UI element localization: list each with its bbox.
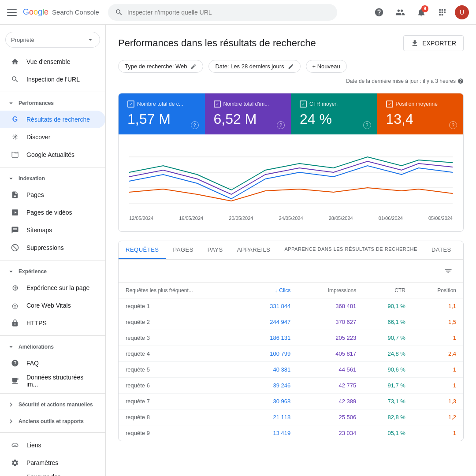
sidebar-item-core-web[interactable]: ◎ Core Web Vitals: [0, 297, 105, 314]
filter-date[interactable]: Date: Les 28 derniers jours: [208, 60, 300, 73]
help-button[interactable]: [370, 4, 388, 21]
help-button[interactable]: ?: [449, 121, 457, 129]
cell-clics: 13 419: [244, 425, 298, 441]
experience-section-header[interactable]: Expérience: [0, 264, 105, 279]
cell-position: 1,5: [413, 314, 463, 330]
chevron-down-icon: [7, 268, 15, 275]
sidebar-item-faq[interactable]: FAQ: [0, 354, 105, 372]
metric-value: 1,57 M: [127, 111, 196, 127]
col-impressions[interactable]: Impressions: [298, 283, 363, 298]
notifications-button[interactable]: 9: [413, 4, 430, 21]
sidebar-item-commentaires[interactable]: Envoyer des commentai...: [0, 472, 105, 476]
help-button[interactable]: ?: [363, 121, 371, 129]
checkbox-icon: [386, 100, 393, 108]
sidebar-item-pages-videos[interactable]: Pages de vidéos: [0, 204, 105, 221]
core-web-icon: ◎: [11, 301, 19, 310]
col-position[interactable]: Position: [413, 283, 463, 298]
sidebar-item-parametres[interactable]: Paramètres: [0, 454, 105, 472]
url-inspection-bar[interactable]: [108, 4, 337, 21]
tabs-container: REQUÊTES PAGES PAYS APPAREILS APPARENCE …: [119, 241, 463, 260]
export-button[interactable]: EXPORTER: [403, 35, 464, 51]
sidebar-item-discover[interactable]: ✳ Discover: [0, 128, 105, 146]
sidebar-item-resultats-recherche[interactable]: G Résultats de recherche: [0, 111, 105, 128]
cell-impressions: 25 506: [298, 409, 363, 425]
sidebar-item-inspection[interactable]: Inspection de l'URL: [0, 71, 105, 88]
table-row: requête 1 331 844 368 481 90,1 % 1,1: [119, 298, 463, 314]
export-label: EXPORTER: [422, 40, 456, 47]
data-icon: [11, 376, 19, 385]
table-filter-button[interactable]: [440, 263, 456, 279]
page-header: Performances dans les résultats de reche…: [118, 35, 464, 51]
tab-pages[interactable]: PAGES: [166, 241, 201, 259]
sidebar-item-experience-page[interactable]: ⊕ Expérience sur la page: [0, 279, 105, 297]
performances-section-header[interactable]: Performances: [0, 96, 105, 111]
ameliorations-section-header[interactable]: Améliorations: [0, 339, 105, 354]
logo: Google Search Console: [23, 7, 99, 17]
indexation-section-header[interactable]: Indexation: [0, 171, 105, 186]
sort-arrow: ↓: [275, 288, 278, 293]
tab-dates[interactable]: DATES: [424, 241, 458, 259]
cell-position: 1: [413, 425, 463, 441]
main-content: Performances dans les résultats de reche…: [106, 25, 476, 476]
securite-section-header[interactable]: Sécurité et actions manuelles: [0, 397, 105, 412]
cell-clics: 331 844: [244, 298, 298, 314]
sidebar-item-pages[interactable]: Pages: [0, 186, 105, 204]
property-selector[interactable]: Propriété: [5, 32, 100, 48]
menu-icon[interactable]: [7, 7, 18, 18]
sidebar-item-label: Paramètres: [26, 459, 58, 466]
url-inspection-input[interactable]: [127, 9, 330, 16]
sidebar-item-https[interactable]: HTTPS: [0, 314, 105, 332]
sidebar-item-donnees[interactable]: Données structurées im...: [0, 372, 105, 390]
tab-appareils[interactable]: APPAREILS: [230, 241, 278, 259]
divider: [0, 260, 105, 260]
sidebar-item-google-actualites[interactable]: Google Actualités: [0, 146, 105, 164]
sidebar-item-vue-ensemble[interactable]: Vue d'ensemble: [0, 53, 105, 71]
sidebar-item-liens[interactable]: Liens: [0, 436, 105, 454]
add-filter-label: + Nouveau: [312, 63, 340, 70]
cell-clics: 21 118: [244, 409, 298, 425]
metric-position[interactable]: Position moyenne 13,4 ?: [377, 93, 464, 134]
section-label: Anciens outils et rapports: [19, 418, 84, 424]
cell-query: requête 6: [119, 378, 244, 394]
last-update-text: Date de la dernière mise à jour : il y a…: [346, 78, 456, 84]
clics-line: [129, 166, 453, 199]
help-button[interactable]: ?: [191, 121, 199, 129]
google-g-icon: G: [11, 115, 19, 124]
metric-clics[interactable]: Nombre total de c... 1,57 M ?: [119, 93, 205, 134]
help-button[interactable]: ?: [277, 121, 285, 129]
circle-plus-icon: ⊕: [11, 283, 19, 292]
cell-query: requête 5: [119, 362, 244, 378]
product-name: Search Console: [52, 8, 99, 16]
apps-button[interactable]: [434, 4, 451, 21]
users-button[interactable]: [391, 4, 409, 21]
table-row: requête 4 100 799 405 817 24,8 % 2,4: [119, 346, 463, 362]
last-update: Date de la dernière mise à jour : il y a…: [346, 78, 464, 84]
tab-apparence[interactable]: APPARENCE DANS LES RÉSULTATS DE RECHERCH…: [277, 241, 424, 259]
avatar[interactable]: U: [455, 5, 469, 19]
filter-row: Type de recherche: Web Date: Les 28 dern…: [118, 60, 464, 84]
sidebar-item-suppressions[interactable]: Suppressions: [0, 239, 105, 257]
sidebar-item-sitemaps[interactable]: Sitemaps: [0, 221, 105, 239]
metric-label: CTR moyen: [300, 100, 368, 108]
col-ctr[interactable]: CTR: [363, 283, 413, 298]
sidebar-item-label: Discover: [26, 134, 50, 141]
data-table-container: REQUÊTES PAGES PAYS APPAREILS APPARENCE …: [118, 241, 464, 441]
anciens-outils-section-header[interactable]: Anciens outils et rapports: [0, 414, 105, 429]
col-query: Requêtes les plus fréquent...: [119, 283, 244, 298]
cell-position: 1: [413, 362, 463, 378]
tab-pays[interactable]: PAYS: [201, 241, 230, 259]
checkbox-icon: [300, 100, 307, 108]
section-label: Performances: [19, 100, 54, 106]
cell-impressions: 42 389: [298, 394, 363, 409]
metric-ctr[interactable]: CTR moyen 24 % ?: [291, 93, 377, 134]
newspaper-icon: [11, 150, 19, 159]
sidebar-item-label: HTTPS: [26, 320, 47, 327]
add-filter-button[interactable]: + Nouveau: [306, 60, 347, 73]
metric-impressions[interactable]: Nombre total d'im... 6,52 M ?: [205, 93, 291, 134]
help-circle-icon: [457, 78, 464, 84]
tab-requetes[interactable]: REQUÊTES: [119, 241, 166, 259]
help-icon: [374, 7, 384, 17]
col-clics[interactable]: ↓Clics: [244, 283, 298, 298]
filter-type-recherche[interactable]: Type de recherche: Web: [118, 60, 203, 73]
table-row: requête 8 21 118 25 506 82,8 % 1,2: [119, 409, 463, 425]
